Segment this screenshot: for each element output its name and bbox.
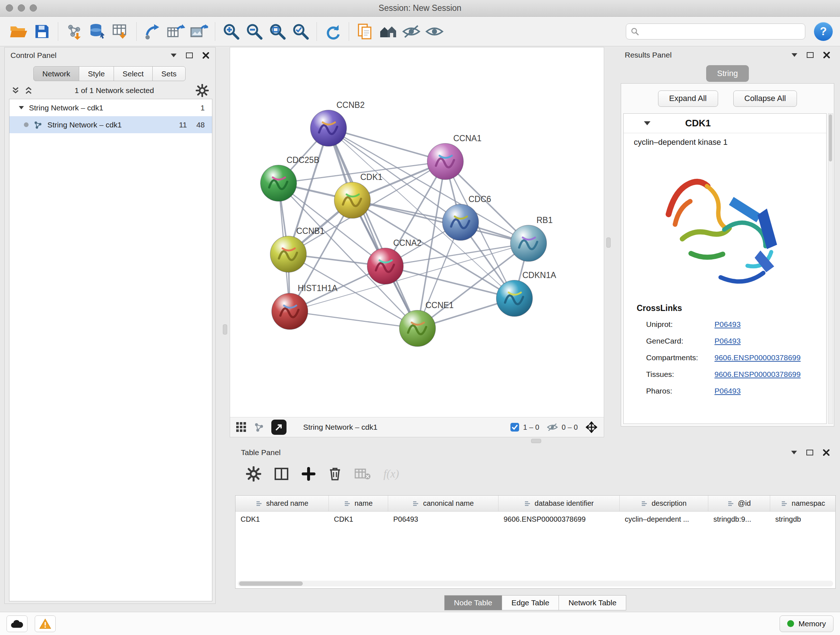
- crosslink-tissues[interactable]: 9606.ENSP00000378699: [714, 370, 801, 379]
- tab-edge-table[interactable]: Edge Table: [502, 595, 559, 610]
- float-panel-icon[interactable]: [791, 53, 797, 57]
- detach-view-button[interactable]: [271, 420, 286, 435]
- houses-icon: [379, 24, 398, 40]
- float-panel-icon[interactable]: [791, 451, 797, 454]
- tab-sets[interactable]: Sets: [152, 66, 186, 81]
- help-button[interactable]: ?: [814, 22, 833, 41]
- import-network-file-button[interactable]: [63, 20, 86, 43]
- tab-string[interactable]: String: [706, 65, 749, 82]
- crosslink-pharos[interactable]: P06493: [714, 386, 741, 395]
- warnings-button[interactable]: [35, 616, 56, 632]
- column-header[interactable]: database identifier: [499, 496, 620, 511]
- column-type-icon: [641, 501, 648, 507]
- expand-tree-icon[interactable]: [11, 87, 20, 95]
- network-from-table-button[interactable]: [164, 20, 187, 43]
- column-header[interactable]: namespac: [770, 496, 836, 511]
- open-session-button[interactable]: [7, 20, 30, 43]
- svg-text:CCNB1: CCNB1: [296, 226, 325, 236]
- collection-expander-icon[interactable]: [19, 106, 24, 109]
- column-header[interactable]: @id: [708, 496, 770, 511]
- cell-description[interactable]: cyclin–dependent ...: [620, 511, 708, 527]
- maximize-panel-icon[interactable]: [186, 52, 193, 58]
- zoom-out-button[interactable]: [243, 20, 266, 43]
- table-horizontal-scrollbar[interactable]: [238, 581, 833, 586]
- close-panel-icon[interactable]: [823, 51, 830, 59]
- crosslink-compartments[interactable]: 9606.ENSP00000378699: [714, 353, 801, 362]
- tab-select[interactable]: Select: [114, 66, 153, 81]
- column-header[interactable]: description: [620, 496, 708, 511]
- tab-network-table[interactable]: Network Table: [559, 595, 626, 610]
- tab-network[interactable]: Network: [33, 66, 79, 81]
- cell-shared-name[interactable]: CDK1: [235, 511, 329, 527]
- column-header[interactable]: canonical name: [388, 496, 499, 511]
- home-button[interactable]: [377, 20, 400, 43]
- delete-column-icon[interactable]: [328, 467, 341, 481]
- table-row[interactable]: CDK1 CDK1 P06493 9606.ENSP00000378699 cy…: [235, 511, 835, 527]
- collapse-all-button[interactable]: Collapse All: [733, 90, 797, 107]
- table-settings-gear-icon[interactable]: [246, 466, 261, 481]
- table-panel: Table Panel f(x) shared name name canoni…: [235, 445, 836, 612]
- gene-section-header[interactable]: CDK1: [624, 114, 826, 133]
- pan-mode-icon[interactable]: [585, 421, 598, 434]
- zoom-in-button[interactable]: [219, 20, 243, 43]
- splitter-handle[interactable]: [531, 439, 541, 443]
- column-header[interactable]: shared name: [235, 496, 329, 511]
- eye-icon: [425, 24, 444, 39]
- save-session-button[interactable]: [30, 20, 54, 43]
- maximize-panel-icon[interactable]: [806, 450, 813, 455]
- memory-button[interactable]: Memory: [780, 616, 834, 632]
- window-minimize-button[interactable]: [18, 4, 25, 11]
- hidden-eye-slash-icon[interactable]: [546, 423, 558, 432]
- add-column-icon[interactable]: [302, 467, 316, 481]
- cell-database-identifier[interactable]: 9606.ENSP00000378699: [499, 511, 620, 527]
- grid-view-icon[interactable]: [236, 422, 247, 432]
- zoom-selected-button[interactable]: [289, 20, 312, 43]
- gene-expander-icon[interactable]: [644, 121, 651, 125]
- search-input[interactable]: [643, 27, 801, 35]
- first-neighbors-button[interactable]: [141, 20, 164, 43]
- crosslinks-list: Uniprot: P06493 GeneCard: P06493 Compart…: [624, 316, 826, 399]
- maximize-panel-icon[interactable]: [807, 52, 813, 58]
- toolbar-separator: [58, 22, 58, 41]
- window-zoom-button[interactable]: [30, 4, 37, 11]
- network-collection-row[interactable]: String Network – cdk1 1: [9, 99, 212, 116]
- cell-id[interactable]: stringdb:9...: [708, 511, 770, 527]
- export-image-button[interactable]: [187, 20, 210, 43]
- results-scrollbar[interactable]: [828, 113, 833, 424]
- hide-selected-button[interactable]: [400, 20, 423, 43]
- svg-text:RB1: RB1: [537, 215, 553, 225]
- refresh-icon: [324, 23, 341, 40]
- cell-canonical-name[interactable]: P06493: [388, 511, 499, 527]
- network-canvas-svg[interactable]: CCNB2CCNA1CDC25BCDK1CDC6RB1CCNB1CCNA2CDK…: [230, 48, 605, 418]
- close-panel-icon[interactable]: [202, 52, 210, 59]
- zoom-fit-button[interactable]: [266, 20, 289, 43]
- crosslink-uniprot[interactable]: P06493: [714, 320, 741, 329]
- control-panel-tabs: Network Style Select Sets: [34, 66, 215, 81]
- network-overview-icon[interactable]: [254, 422, 264, 432]
- gear-icon[interactable]: [196, 84, 209, 97]
- cell-name[interactable]: CDK1: [329, 511, 388, 527]
- import-table-button[interactable]: [109, 20, 132, 43]
- show-columns-icon[interactable]: [274, 467, 289, 480]
- tab-style[interactable]: Style: [79, 66, 114, 81]
- tab-node-table[interactable]: Node Table: [444, 595, 502, 610]
- selected-checkbox-icon[interactable]: [510, 423, 519, 432]
- cloud-status-button[interactable]: [6, 616, 27, 632]
- toolbar-separator: [136, 22, 137, 41]
- import-network-database-button[interactable]: [86, 20, 109, 43]
- splitter-handle[interactable]: [223, 325, 227, 334]
- window-close-button[interactable]: [6, 4, 13, 11]
- float-panel-icon[interactable]: [171, 54, 177, 57]
- crosslink-genecard[interactable]: P06493: [714, 337, 741, 345]
- close-panel-icon[interactable]: [823, 449, 830, 456]
- network-row[interactable]: String Network – cdk1 11 48: [9, 116, 212, 133]
- show-all-button[interactable]: [423, 20, 446, 43]
- collapse-tree-icon[interactable]: [24, 87, 33, 95]
- expand-all-button[interactable]: Expand All: [658, 90, 718, 107]
- column-type-icon: [344, 501, 351, 507]
- cell-namespace[interactable]: stringdb: [770, 511, 836, 527]
- column-header[interactable]: name: [329, 496, 388, 511]
- document-button[interactable]: [354, 20, 377, 43]
- splitter-handle[interactable]: [606, 238, 611, 248]
- refresh-view-button[interactable]: [321, 20, 344, 43]
